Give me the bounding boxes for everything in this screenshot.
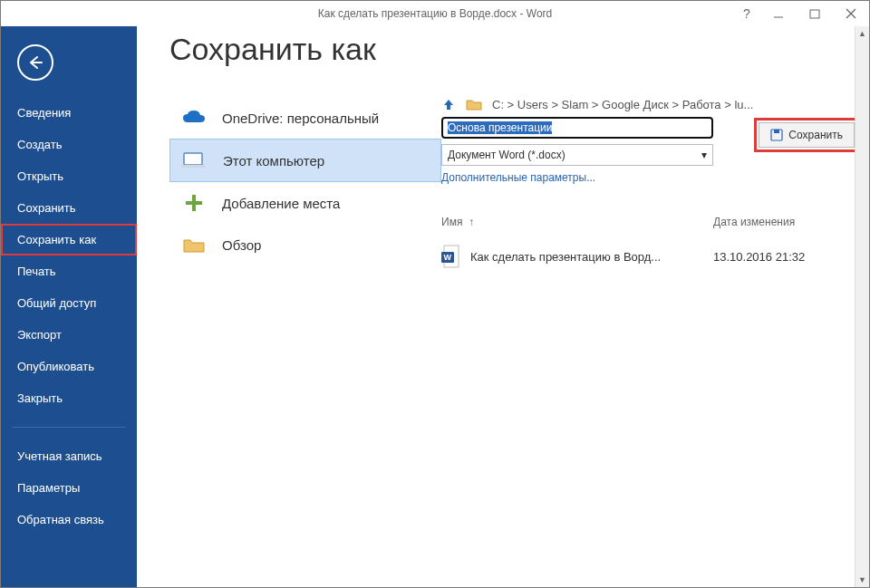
plus-icon — [180, 191, 208, 215]
sidebar-item-label: Обратная связь — [17, 513, 104, 526]
close-button[interactable] — [833, 1, 869, 26]
up-button[interactable] — [441, 97, 456, 111]
sidebar-item-new[interactable]: Создать — [1, 129, 137, 160]
vertical-scrollbar[interactable]: ▲ ▼ — [855, 26, 869, 587]
location-thispc[interactable]: Этот компьютер — [169, 139, 441, 182]
cloud-icon — [180, 106, 208, 130]
location-addplace[interactable]: Добавление места — [169, 182, 441, 224]
sidebar-item-options[interactable]: Параметры — [1, 472, 137, 504]
scroll-down-button[interactable]: ▼ — [856, 573, 869, 587]
window-title: Как сделать презентацию в Ворде.docx - W… — [318, 7, 552, 20]
help-button[interactable]: ? — [733, 1, 760, 26]
sidebar-item-publish[interactable]: Опубликовать — [1, 351, 137, 382]
sidebar: Сведения Создать Открыть Сохранить Сохра… — [1, 26, 137, 587]
locations-list: OneDrive: персональный Этот компьютер До… — [169, 97, 441, 587]
file-row[interactable]: W Как сделать презентацию в Ворд... 13.1… — [441, 245, 858, 268]
column-date[interactable]: Дата изменения — [713, 216, 795, 228]
save-button-label: Сохранить — [788, 129, 843, 141]
titlebar: Как сделать презентацию в Ворде.docx - W… — [1, 1, 869, 26]
maximize-icon — [809, 8, 820, 19]
sidebar-separator — [12, 427, 126, 428]
sidebar-item-account[interactable]: Учетная запись — [1, 440, 137, 472]
column-name[interactable]: Имя ↑ — [441, 216, 713, 228]
sidebar-item-open[interactable]: Открыть — [1, 160, 137, 192]
svg-rect-1 — [810, 10, 819, 18]
sidebar-item-label: Сведения — [17, 106, 71, 120]
save-detail-panel: C: > Users > Slam > Google Диск > Работа… — [441, 97, 869, 587]
sidebar-item-label: Закрыть — [17, 391, 63, 405]
filetype-dropdown[interactable]: Документ Word (*.docx) ▾ — [441, 144, 713, 166]
breadcrumb-path[interactable]: C: > Users > Slam > Google Диск > Работа… — [492, 98, 753, 111]
sort-asc-icon: ↑ — [466, 216, 474, 228]
up-arrow-icon — [441, 97, 456, 111]
file-list-header: Имя ↑ Дата изменения — [441, 216, 858, 228]
location-label: OneDrive: персональный — [222, 111, 379, 126]
sidebar-item-info[interactable]: Сведения — [1, 97, 137, 129]
sidebar-item-label: Сохранить как — [17, 233, 96, 246]
location-label: Обзор — [222, 237, 261, 253]
page-title: Сохранить как — [169, 32, 376, 67]
more-options-link[interactable]: Дополнительные параметры... — [441, 171, 595, 184]
window-controls: ? — [733, 1, 869, 26]
backstage-body: Сведения Создать Открыть Сохранить Сохра… — [1, 26, 869, 587]
location-label: Этот компьютер — [223, 153, 324, 169]
breadcrumb: C: > Users > Slam > Google Диск > Работа… — [441, 97, 858, 111]
sidebar-item-label: Параметры — [17, 481, 80, 495]
sidebar-item-saveas[interactable]: Сохранить как — [1, 224, 137, 255]
sidebar-item-save[interactable]: Сохранить — [1, 192, 137, 224]
svg-rect-4 — [184, 153, 202, 165]
word-backstage-window: Как сделать презентацию в Ворде.docx - W… — [0, 0, 870, 588]
sidebar-item-share[interactable]: Общий доступ — [1, 287, 137, 319]
sidebar-item-export[interactable]: Экспорт — [1, 319, 137, 351]
file-date: 13.10.2016 21:32 — [713, 250, 805, 264]
sidebar-item-label: Экспорт — [17, 328, 62, 342]
sidebar-item-label: Общий доступ — [17, 296, 96, 310]
location-label: Добавление места — [222, 196, 340, 211]
file-name: Как сделать презентацию в Ворд... — [470, 250, 661, 264]
sidebar-item-print[interactable]: Печать — [1, 255, 137, 287]
sidebar-item-label: Опубликовать — [17, 360, 94, 373]
close-icon — [846, 8, 856, 19]
sidebar-item-label: Печать — [17, 265, 56, 278]
back-button[interactable] — [17, 44, 53, 81]
back-arrow-icon — [26, 53, 44, 72]
svg-text:W: W — [444, 253, 452, 262]
filetype-selected: Документ Word (*.docx) — [448, 149, 566, 161]
svg-rect-7 — [186, 201, 202, 205]
minimize-button[interactable] — [760, 1, 797, 26]
computer-icon — [181, 149, 208, 172]
scroll-up-button[interactable]: ▲ — [856, 26, 869, 41]
location-onedrive[interactable]: OneDrive: персональный — [169, 97, 441, 139]
chevron-down-icon: ▾ — [701, 149, 707, 161]
sidebar-item-label: Открыть — [17, 169, 63, 183]
sidebar-item-label: Учетная запись — [17, 449, 102, 463]
save-button[interactable]: Сохранить — [759, 122, 855, 148]
maximize-button[interactable] — [797, 1, 833, 26]
location-browse[interactable]: Обзор — [169, 224, 441, 265]
save-icon — [770, 129, 783, 141]
minimize-icon — [773, 8, 784, 19]
sidebar-item-feedback[interactable]: Обратная связь — [1, 504, 137, 535]
folder-icon — [180, 233, 208, 256]
svg-rect-9 — [774, 130, 779, 133]
word-doc-icon: W — [441, 245, 461, 268]
main-panel: Сохранить как OneDrive: персональный Э — [137, 26, 869, 587]
sidebar-item-label: Сохранить — [17, 201, 76, 215]
filename-input[interactable] — [441, 117, 713, 139]
sidebar-item-close[interactable]: Закрыть — [1, 382, 137, 414]
svg-rect-5 — [181, 165, 205, 168]
sidebar-item-label: Создать — [17, 138, 62, 151]
folder-open-icon — [465, 97, 483, 111]
